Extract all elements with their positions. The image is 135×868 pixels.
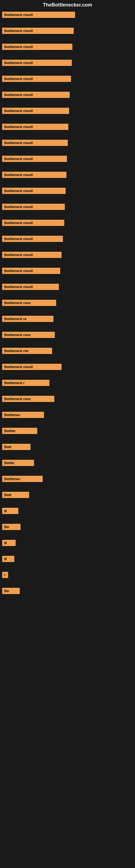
bottleneck-bar: Bottleneck res: [2, 348, 52, 354]
bar-row: Bottleneck result: [0, 250, 135, 261]
bar-row: B: [0, 538, 135, 549]
bottleneck-bar: Bo: [2, 588, 20, 594]
bar-row: Bottleneck result: [0, 90, 135, 101]
bottleneck-bar: Bottleneck result: [2, 124, 68, 130]
bottleneck-bar: B: [2, 556, 14, 562]
bottleneck-bar: I: [2, 572, 8, 578]
bar-row: Bottler: [0, 426, 135, 437]
bar-row: Bottleneck result: [0, 138, 135, 149]
bar-row: Bottleneck result: [0, 154, 135, 165]
bar-row: Bott: [0, 442, 135, 453]
bottleneck-bar: Bottleneck resu: [2, 332, 55, 338]
bottleneck-bar: Bottleneck result: [2, 12, 75, 18]
bar-row: Bottleneck r: [0, 378, 135, 389]
bar-row: Bottleneck result: [0, 186, 135, 197]
bottleneck-bar: Bottleneck resu: [2, 300, 56, 306]
bar-row: Bottleneck resu: [0, 298, 135, 309]
bottleneck-bar: Bottleneck result: [2, 156, 67, 162]
site-title-text: TheBottlenecker.com: [43, 2, 92, 8]
bottleneck-bar: Bottleneck result: [2, 140, 68, 146]
bar-row: Bottleneck result: [0, 74, 135, 85]
bars-container: Bottleneck resultBottleneck resultBottle…: [0, 10, 135, 597]
bar-row: B: [0, 506, 135, 517]
bar-row: Bo: [0, 586, 135, 597]
bottleneck-bar: Bottleneck result: [2, 188, 65, 194]
bar-row: Bottleneck result: [0, 266, 135, 277]
bottleneck-bar: Bottleneck result: [2, 92, 70, 98]
bottleneck-bar: Bottleneck result: [2, 236, 63, 242]
bottleneck-bar: Bottleneck result: [2, 28, 74, 34]
bar-row: Bottlenec: [0, 474, 135, 485]
bar-row: Bottleneck result: [0, 170, 135, 181]
bar-row: Bottleneck res: [0, 346, 135, 357]
bottleneck-bar: Bottleneck result: [2, 172, 66, 178]
bar-row: Bottleneck resu: [0, 330, 135, 341]
bottleneck-bar: Bottle: [2, 460, 34, 466]
bottleneck-bar: Bottleneck result: [2, 252, 61, 258]
site-title: TheBottlenecker.com: [0, 0, 135, 10]
bar-row: Bott: [0, 490, 135, 501]
bottleneck-bar: Bottleneck resu: [2, 396, 54, 402]
bar-row: Bottleneck result: [0, 106, 135, 117]
bar-row: Bottleneck result: [0, 26, 135, 37]
bottleneck-bar: Bottlenec: [2, 476, 43, 482]
bar-row: Bottleneck result: [0, 58, 135, 69]
bottleneck-bar: Bottleneck result: [2, 108, 69, 114]
bar-row: Bottle: [0, 458, 135, 469]
bar-row: Bottleneck result: [0, 10, 135, 21]
bar-row: Bottleneck result: [0, 282, 135, 293]
bar-row: Bo: [0, 522, 135, 533]
bar-row: Bottleneck result: [0, 122, 135, 133]
bar-row: Bottleneck result: [0, 202, 135, 213]
bar-row: I: [0, 570, 135, 581]
bar-row: Bottleneck re: [0, 314, 135, 325]
bar-row: Bottleneck result: [0, 234, 135, 245]
bottleneck-bar: B: [2, 508, 18, 514]
bottleneck-bar: Bottleneck result: [2, 76, 71, 82]
bottleneck-bar: Bott: [2, 444, 31, 450]
bar-row: Bottleneck result: [0, 362, 135, 373]
bottleneck-bar: Bottleneck result: [2, 44, 72, 50]
bottleneck-bar: Bottlenec: [2, 412, 44, 418]
bottleneck-bar: Bottleneck result: [2, 284, 59, 290]
bar-row: Bottleneck result: [0, 218, 135, 229]
bar-row: B: [0, 554, 135, 565]
bottleneck-bar: Bottler: [2, 428, 37, 434]
bottleneck-bar: Bottleneck re: [2, 316, 53, 322]
bottleneck-bar: Bo: [2, 524, 20, 530]
bottleneck-bar: Bottleneck r: [2, 380, 49, 386]
bottleneck-bar: Bottleneck result: [2, 204, 65, 210]
bottleneck-bar: Bottleneck result: [2, 220, 64, 226]
bottleneck-bar: Bott: [2, 492, 29, 498]
bar-row: Bottlenec: [0, 410, 135, 421]
bottleneck-bar: Bottleneck result: [2, 60, 72, 66]
bottleneck-bar: B: [2, 540, 16, 546]
bottleneck-bar: Bottleneck result: [2, 364, 61, 370]
bottleneck-bar: Bottleneck result: [2, 268, 60, 274]
bar-row: Bottleneck result: [0, 42, 135, 53]
bar-row: Bottleneck resu: [0, 394, 135, 405]
